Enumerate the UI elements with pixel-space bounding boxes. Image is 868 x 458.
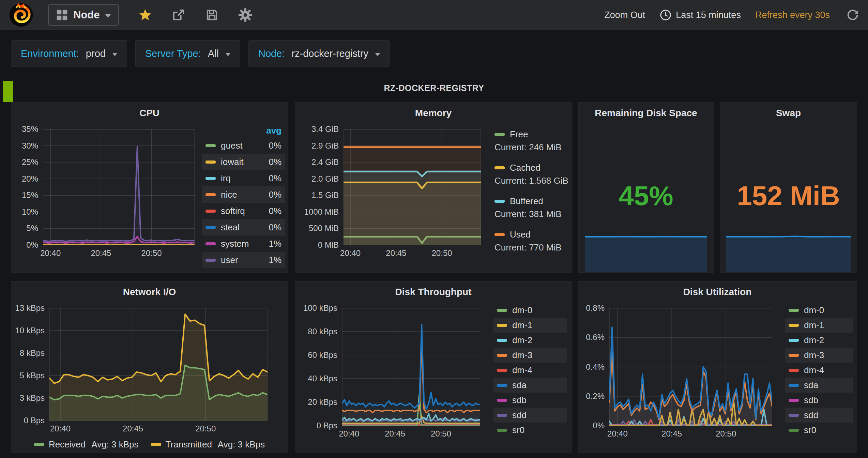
legend-item-dm-3[interactable]: dm-3 [785, 348, 853, 363]
legend-item-Free[interactable]: Free [494, 127, 569, 141]
legend-label: sdb [804, 395, 818, 406]
y-tick-label: 2.4 GiB [311, 157, 339, 167]
legend-header-avg[interactable]: avg [202, 124, 285, 137]
variable-label: Environment: [21, 48, 79, 59]
swap-value: 152 MiB [720, 182, 857, 210]
legend-item-sr0[interactable]: sr0 [493, 423, 567, 438]
legend-label: dm-3 [512, 350, 532, 361]
variable-node[interactable]: Node: rz-docker-registry [248, 40, 390, 67]
share-icon[interactable] [172, 8, 185, 22]
panel-network-io: Network I/O 0 Bps3 kBps5 kBps8 kBps10 kB… [11, 281, 288, 453]
panel-title-network[interactable]: Network I/O [11, 281, 288, 302]
variable-label: Node: [258, 48, 285, 59]
grafana-logo-icon[interactable] [9, 3, 33, 27]
legend-item-Transmitted[interactable]: TransmittedAvg: 3 kBps [151, 438, 265, 451]
variable-environment[interactable]: Environment: prod [11, 40, 127, 67]
legend-swatch [497, 339, 507, 342]
legend-item-dm-1[interactable]: dm-1 [785, 318, 853, 333]
legend-swatch [497, 309, 507, 312]
x-axis-labels: 20:4020:4520:50 [609, 429, 772, 440]
legend-item-dm-4[interactable]: dm-4 [493, 363, 567, 378]
legend-item-system[interactable]: system1% [202, 235, 285, 252]
legend-item-Used[interactable]: Used [494, 227, 569, 242]
panel-title-throughput[interactable]: Disk Throughput [295, 281, 572, 302]
zoom-out-button[interactable]: Zoom Out [604, 10, 645, 20]
legend-value: 1% [269, 239, 281, 249]
legend-item-nice[interactable]: nice0% [202, 186, 285, 203]
legend-label: sda [804, 380, 818, 391]
panel-title-swap[interactable]: Swap [720, 103, 857, 123]
legend-swatch [497, 384, 507, 387]
legend-label: Received [49, 439, 86, 450]
utilization-graph[interactable]: 0%0.2%0.4%0.6%0.8%20:4020:4520:50 [609, 308, 772, 426]
legend-item-steal[interactable]: steal0% [202, 219, 285, 235]
legend-item-sdd[interactable]: sdd [785, 408, 853, 423]
legend-swatch [789, 384, 799, 387]
legend-label: dm-3 [804, 350, 824, 361]
legend-item-Cached[interactable]: Cached [494, 161, 569, 175]
legend-item-guest[interactable]: guest0% [202, 137, 285, 154]
legend-swatch [497, 429, 507, 432]
panel-title-cpu[interactable]: CPU [11, 103, 288, 123]
legend-group-Free: FreeCurrent: 246 MiB [494, 127, 569, 153]
y-tick-label: 0 Bps [317, 421, 337, 430]
legend-swatch [497, 324, 507, 327]
legend-item-irq[interactable]: irq0% [202, 170, 285, 186]
legend-item-dm-0[interactable]: dm-0 [493, 303, 567, 318]
legend-label: sr0 [512, 425, 524, 436]
legend-current-value: Current: 1.568 GiB [494, 175, 569, 186]
refresh-interval-button[interactable]: Refresh every 30s [755, 10, 830, 20]
memory-graph[interactable]: 0 MiB500 MiB1000 MiB1.5 GiB2.0 GiB2.4 Gi… [344, 129, 481, 245]
favorite-star-icon[interactable] [138, 8, 152, 22]
x-axis-labels: 20:4020:4520:50 [43, 248, 195, 259]
legend-item-Buffered[interactable]: Buffered [494, 194, 569, 208]
settings-gear-icon[interactable] [239, 8, 252, 22]
legend-item-dm-0[interactable]: dm-0 [785, 303, 853, 318]
x-axis-labels: 20:4020:4520:50 [49, 424, 268, 435]
legend-item-sdd[interactable]: sdd [493, 408, 567, 423]
variable-server-type[interactable]: Server Type: All [135, 40, 240, 67]
legend-item-dm-2[interactable]: dm-2 [785, 333, 853, 348]
panel-title-utilization[interactable]: Disk Utilization [578, 281, 857, 302]
legend-item-sdb[interactable]: sdb [785, 393, 853, 408]
navbar-right: Zoom Out Last 15 minutes Refresh every 3… [604, 9, 859, 21]
legend-item-dm-2[interactable]: dm-2 [493, 333, 567, 348]
time-range-picker[interactable]: Last 15 minutes [659, 9, 741, 21]
legend-swatch [789, 429, 799, 432]
legend-label: dm-0 [512, 305, 532, 316]
disk-space-sparkline [585, 234, 707, 272]
y-tick-label: 0.2% [586, 392, 605, 401]
throughput-graph[interactable]: 0 Bps20 kBps40 kBps60 kBps80 kBps100 kBp… [342, 308, 480, 426]
refresh-icon[interactable] [846, 9, 859, 21]
legend-swatch [151, 443, 161, 446]
x-tick-label: 20:40 [50, 424, 71, 433]
legend-label: softirq [221, 206, 245, 216]
panel-title-disk-space[interactable]: Remaining Disk Space [579, 103, 713, 123]
legend-item-sda[interactable]: sda [785, 378, 853, 393]
legend-item-sda[interactable]: sda [493, 378, 567, 393]
dashboard-picker-button[interactable]: Node [48, 4, 119, 26]
legend-label: dm-4 [512, 365, 532, 376]
dashboard-title: Node [73, 9, 100, 21]
network-graph[interactable]: 0 Bps3 kBps5 kBps8 kBps10 kBps13 kBps20:… [49, 308, 268, 421]
legend-item-sdb[interactable]: sdb [493, 393, 567, 408]
cpu-graph[interactable]: 0%5%10%15%20%25%30%35%20:4020:4520:50 [43, 129, 195, 245]
legend-item-dm-1[interactable]: dm-1 [493, 318, 567, 333]
panel-title-memory[interactable]: Memory [295, 103, 572, 123]
legend-item-dm-3[interactable]: dm-3 [493, 348, 567, 363]
x-tick-label: 20:40 [40, 248, 61, 258]
panel-disk-throughput: Disk Throughput 0 Bps20 kBps40 kBps60 kB… [295, 281, 572, 453]
y-tick-label: 3 kBps [20, 393, 45, 403]
legend-item-iowait[interactable]: iowait0% [202, 154, 285, 170]
legend-value: 1% [269, 255, 281, 265]
y-tick-label: 60 kBps [308, 350, 337, 360]
legend-item-dm-4[interactable]: dm-4 [785, 363, 853, 378]
legend-item-sr0[interactable]: sr0 [785, 423, 853, 438]
legend-item-softirq[interactable]: softirq0% [202, 203, 285, 219]
legend-value: 0% [269, 222, 281, 233]
legend-item-user[interactable]: user1% [202, 252, 285, 268]
y-tick-label: 0 Bps [24, 416, 45, 425]
legend-item-Received[interactable]: ReceivedAvg: 3 kBps [34, 438, 139, 451]
x-tick-label: 20:45 [385, 429, 405, 439]
save-icon[interactable] [205, 8, 219, 22]
